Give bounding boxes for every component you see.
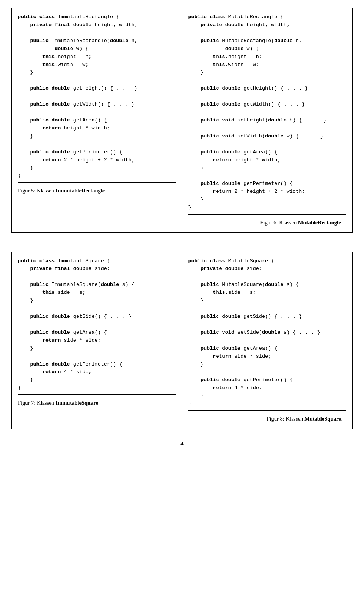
- fig5-code: public class ImmutableRectangle { privat…: [18, 13, 176, 180]
- fig6-divider: [188, 214, 347, 215]
- fig8-class-name: MutableSquare: [304, 416, 341, 422]
- fig8-panel: public class MutableSquare { private dou…: [182, 252, 353, 429]
- fig6-class-name: MutableRectangle: [298, 219, 341, 226]
- page: public class ImmutableRectangle { privat…: [0, 0, 364, 598]
- fig5-class-name: ImmutableRectangle: [55, 188, 105, 194]
- fig6-caption: Figur 6: Klassen MutableRectangle.: [188, 218, 347, 227]
- fig7-divider: [18, 394, 176, 395]
- middle-spacer: [11, 233, 353, 252]
- bottom-panels: public class ImmutableSquare { private f…: [11, 252, 353, 429]
- fig7-panel: public class ImmutableSquare { private f…: [11, 252, 182, 429]
- top-panels: public class ImmutableRectangle { privat…: [11, 8, 353, 233]
- fig6-panel: public class MutableRectangle { private …: [182, 8, 353, 233]
- fig5-panel: public class ImmutableRectangle { privat…: [11, 8, 182, 233]
- fig7-caption: Figur 7: Klassen ImmutableSquare.: [18, 399, 176, 407]
- fig5-divider: [18, 182, 176, 183]
- fig8-caption: Figur 8: Klassen MutableSquare.: [188, 415, 347, 423]
- fig8-code: public class MutableSquare { private dou…: [188, 257, 347, 409]
- fig6-code: public class MutableRectangle { private …: [188, 13, 347, 212]
- fig7-code: public class ImmutableSquare { private f…: [18, 257, 176, 393]
- fig5-caption: Figur 5: Klassen ImmutableRectangle.: [18, 186, 176, 195]
- page-number: 4: [11, 440, 353, 447]
- fig8-divider: [188, 410, 347, 411]
- fig7-class-name: ImmutableSquare: [55, 400, 98, 406]
